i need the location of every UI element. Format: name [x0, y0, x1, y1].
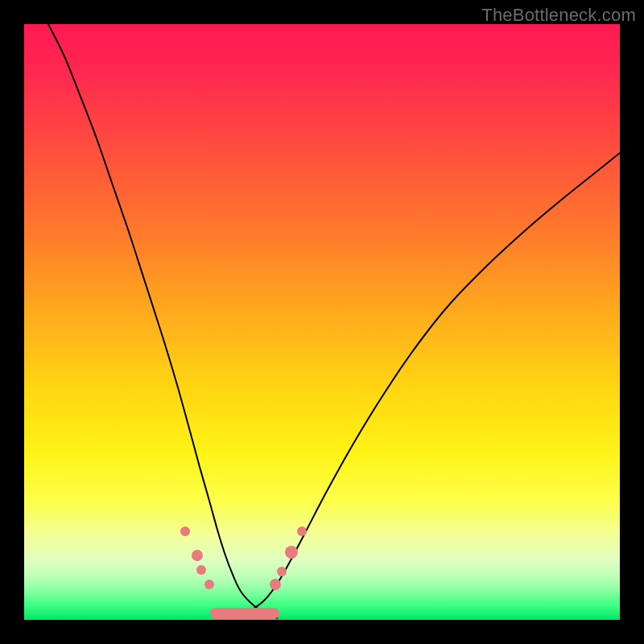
data-marker-6	[285, 546, 298, 559]
curve-left-curve	[48, 24, 278, 618]
watermark-text: TheBottleneck.com	[481, 5, 636, 26]
data-marker-0	[180, 526, 190, 536]
curves-layer	[24, 24, 620, 620]
data-marker-4	[270, 579, 281, 590]
data-marker-1	[192, 550, 203, 561]
data-marker-3	[204, 580, 214, 589]
data-marker-7	[297, 526, 307, 536]
data-marker-5	[277, 567, 287, 576]
plot-frame	[24, 24, 620, 620]
data-marker-2	[196, 565, 206, 575]
